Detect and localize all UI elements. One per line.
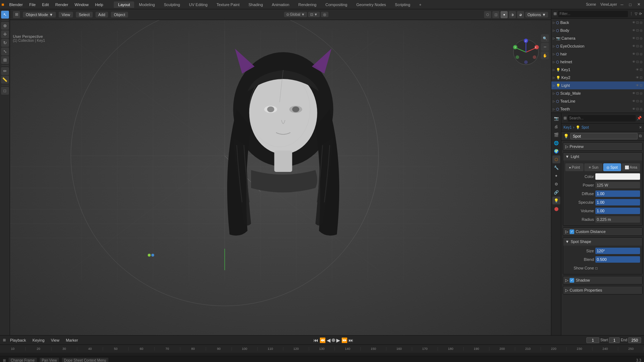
outliner-search[interactable]: [558, 11, 628, 17]
outliner-sync-icon[interactable]: ⟳: [639, 12, 642, 16]
status-pan-view[interactable]: Pan View: [40, 358, 59, 362]
shadow-checkbox[interactable]: ✓: [570, 278, 574, 283]
tab-layout[interactable]: Layout: [114, 1, 134, 8]
light-section-header[interactable]: ▼ Light: [563, 153, 642, 160]
viewport-add-btn[interactable]: Add: [96, 12, 108, 18]
tab-shading[interactable]: Shading: [244, 1, 267, 8]
status-change-frame[interactable]: Change Frame: [9, 358, 37, 362]
menu-help[interactable]: Help: [92, 2, 106, 8]
status-context-menu[interactable]: Dope Sheet Context Menu: [62, 358, 108, 362]
light-power-value[interactable]: 125 W: [595, 182, 640, 188]
props-icon-scene[interactable]: 🌐: [552, 139, 560, 147]
tool-select[interactable]: ↖: [1, 11, 9, 19]
menu-render[interactable]: Render: [52, 2, 71, 8]
tab-modeling[interactable]: Modeling: [135, 1, 159, 8]
step-back-btn[interactable]: ⏪: [319, 337, 326, 343]
play-end-btn[interactable]: ⏭: [348, 337, 353, 343]
props-icon-constraints[interactable]: 🔗: [552, 188, 560, 196]
end-frame-input[interactable]: [628, 337, 641, 343]
timeline-marker-btn[interactable]: Marker: [64, 337, 80, 343]
spot-size-value[interactable]: 120°: [595, 248, 640, 254]
tab-scripting[interactable]: Scripting: [391, 1, 415, 8]
props-icon-modifiers[interactable]: 🔧: [552, 164, 560, 172]
light-radius-value[interactable]: 0.225 m: [595, 216, 640, 223]
props-name-copy-icon[interactable]: ⧉: [639, 134, 642, 138]
props-icon-world[interactable]: 🌍: [552, 147, 560, 155]
window-minimize[interactable]: ─: [619, 3, 626, 7]
viewport-icon-proportional[interactable]: ◎: [321, 12, 328, 17]
window-close[interactable]: ✕: [635, 2, 643, 7]
outliner-item-light[interactable]: ▷ 💡 Light 👁⊡: [551, 81, 644, 89]
tool-transform[interactable]: ⊞: [1, 56, 9, 64]
show-cone-value[interactable]: □: [595, 266, 640, 270]
step-forward-btn[interactable]: ⏩: [341, 337, 347, 343]
light-color-value[interactable]: [595, 173, 640, 180]
shadow-section-header[interactable]: ▷ ✓ Shadow: [563, 276, 642, 284]
tool-cursor[interactable]: ⊕: [1, 22, 9, 30]
viewport-type-icon[interactable]: ⊞: [13, 11, 20, 18]
outliner-options[interactable]: ⋮: [629, 11, 633, 16]
tool-move[interactable]: ✛: [1, 30, 9, 38]
props-icon-particles[interactable]: ✦: [552, 172, 560, 180]
viewport-icon-snap[interactable]: ⊡ ▼: [308, 12, 320, 17]
outliner-item[interactable]: ▷ ⬡ hair 👁⊡◎: [551, 50, 644, 58]
menu-edit[interactable]: Edit: [39, 2, 52, 8]
light-type-spot[interactable]: ◎Spot: [603, 163, 621, 171]
zoom-in-btn[interactable]: 🔍: [541, 34, 549, 42]
custom-distance-checkbox[interactable]: ✓: [570, 229, 574, 234]
outliner-item[interactable]: ▷ ⬡ Teeth 👁⊡◎: [551, 105, 644, 113]
viewport-object-btn[interactable]: Object: [111, 12, 128, 18]
light-diffuse-value[interactable]: 1.00: [595, 190, 640, 197]
breadcrumb-current[interactable]: Spot: [581, 125, 589, 129]
start-frame-input[interactable]: [609, 337, 620, 343]
tab-rendering[interactable]: Rendering: [294, 1, 321, 8]
tab-uv-editing[interactable]: UV Editing: [185, 1, 212, 8]
props-pin-icon[interactable]: 📌: [637, 116, 642, 120]
outliner-item[interactable]: ▷ ⬡ Back 👁⊡◎: [551, 19, 644, 26]
viewport-xray-icon[interactable]: ◫: [492, 11, 499, 18]
breadcrumb-clear-icon[interactable]: ✕: [639, 125, 642, 129]
timeline-playback-btn[interactable]: Playback: [8, 337, 28, 343]
menu-file[interactable]: File: [26, 2, 39, 8]
viewport-view-btn[interactable]: View: [59, 12, 73, 18]
outliner-item[interactable]: ▷ ⬡ TearLine 👁⊡◎: [551, 97, 644, 105]
frame-forward-btn[interactable]: ▶: [336, 337, 340, 343]
props-icon-material[interactable]: ⬤: [552, 205, 560, 213]
mode-selector[interactable]: Object Mode ▼: [23, 12, 56, 18]
tab-texture-paint[interactable]: Texture Paint: [212, 1, 244, 8]
outliner-item[interactable]: ▷ ⬡ EyeOcclusion 👁⊡◎: [551, 42, 644, 50]
viewport-canvas[interactable]: User Perspective (1) Collection | Key1: [10, 20, 551, 335]
tool-scale[interactable]: ⤡: [1, 48, 9, 55]
tab-animation[interactable]: Animation: [268, 1, 294, 8]
outliner-item[interactable]: ▷ 📷 Camera 👁⊡◎: [551, 34, 644, 42]
breadcrumb-root[interactable]: Key1: [564, 125, 572, 129]
spot-blend-value[interactable]: 0.500: [595, 256, 640, 263]
spot-shape-header[interactable]: ▼ Spot Shape: [563, 238, 642, 246]
light-type-area[interactable]: ⬜Area: [622, 163, 640, 171]
custom-distance-header[interactable]: ▷ ✓ Custom Distance: [563, 228, 642, 235]
viewport-solid-icon[interactable]: ●: [501, 11, 508, 18]
pan-btn[interactable]: ✋: [541, 51, 549, 59]
props-data-name-input[interactable]: [570, 133, 638, 139]
options-btn[interactable]: Options ▼: [525, 12, 548, 18]
preview-section-header[interactable]: ▷ Preview: [563, 143, 642, 150]
tool-rotate[interactable]: ↻: [1, 39, 9, 47]
light-type-sun[interactable]: ☀Sun: [584, 163, 602, 171]
outliner-item[interactable]: ▷ ⬡ helmet 👁⊡◎: [551, 58, 644, 66]
tab-add[interactable]: +: [415, 1, 426, 8]
outliner-item[interactable]: ▷ 💡 Key1 👁⊡: [551, 66, 644, 74]
frame-back-btn[interactable]: ◀: [327, 337, 331, 343]
current-frame-input[interactable]: [586, 337, 599, 343]
viewport-overlay-icon[interactable]: ⬡: [484, 11, 491, 18]
viewport-render-icon[interactable]: ◕: [517, 11, 524, 18]
props-icon-output[interactable]: 🖨: [552, 123, 560, 130]
props-icon-data[interactable]: 💡: [552, 197, 560, 204]
tool-measure[interactable]: 📏: [1, 76, 9, 84]
filter-icon[interactable]: ▽: [635, 12, 638, 16]
outliner-item[interactable]: ▷ ⬡ Body 👁⊡◎: [551, 26, 644, 34]
light-specular-value[interactable]: 1.00: [595, 199, 640, 205]
timeline-ruler[interactable]: 10 20 30 40 50 60 70 80 90 100 110 120 1…: [0, 345, 644, 353]
tool-annotate[interactable]: ✏: [1, 67, 9, 75]
menu-blender[interactable]: Blender: [6, 2, 26, 8]
window-maximize[interactable]: □: [627, 3, 634, 7]
